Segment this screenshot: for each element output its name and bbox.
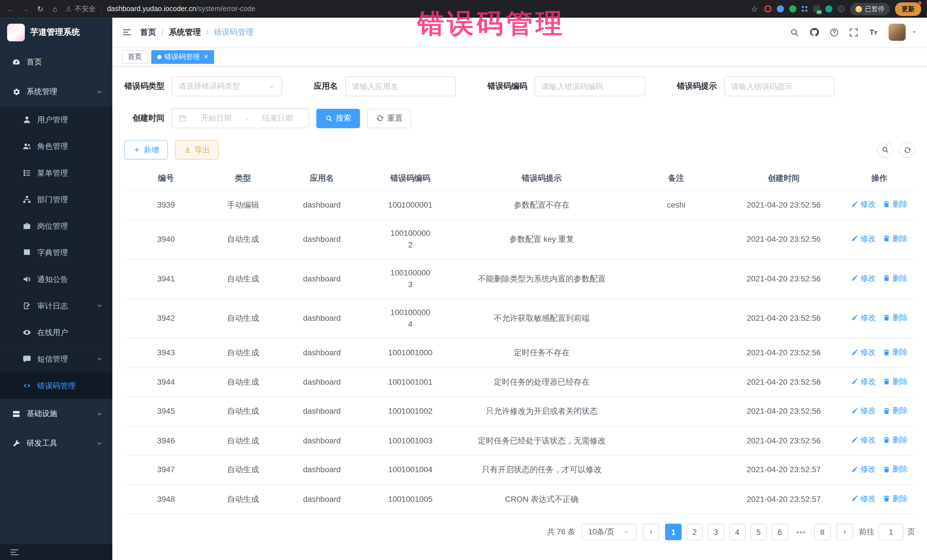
- sidebar-item[interactable]: 首页: [0, 47, 112, 77]
- add-button[interactable]: 新增: [124, 140, 168, 159]
- reset-button[interactable]: 重置: [367, 108, 411, 128]
- close-tab-icon[interactable]: ×: [204, 52, 208, 61]
- font-size-icon[interactable]: [869, 27, 878, 37]
- bookmark-star-icon[interactable]: ☆: [749, 5, 759, 14]
- toggle-search-button[interactable]: [877, 142, 894, 158]
- help-icon[interactable]: [830, 27, 839, 37]
- row-created-time: 2021-04-20 23:52:56: [724, 259, 843, 299]
- sidebar-item[interactable]: 基础设施: [0, 399, 112, 428]
- sidebar-item[interactable]: 菜单管理: [0, 160, 112, 186]
- goto-page-input[interactable]: [878, 524, 903, 540]
- browser-home-icon[interactable]: ⌂: [50, 5, 59, 14]
- update-button[interactable]: 更新: [895, 2, 921, 16]
- row-id: 3939: [124, 190, 208, 220]
- delete-link[interactable]: 删除: [883, 434, 907, 446]
- sidebar-item[interactable]: 角色管理: [0, 133, 112, 159]
- user-avatar[interactable]: [889, 24, 906, 41]
- error-type-select[interactable]: 请选择错误码类型: [172, 76, 282, 96]
- edit-link[interactable]: 修改: [851, 272, 876, 284]
- page-size-select[interactable]: 10条/页: [581, 524, 637, 540]
- forward-icon[interactable]: →: [21, 5, 30, 14]
- delete-link[interactable]: 删除: [883, 405, 907, 417]
- app-name-input[interactable]: [352, 82, 448, 91]
- edit-link[interactable]: 修改: [851, 434, 876, 446]
- fullscreen-icon[interactable]: [849, 27, 858, 37]
- sidebar-item[interactable]: 系统管理: [0, 77, 112, 106]
- row-error-code: 1001000002: [365, 220, 455, 259]
- next-page-button[interactable]: [837, 524, 853, 540]
- refresh-table-button[interactable]: [899, 142, 915, 158]
- page-button[interactable]: 1: [665, 524, 682, 540]
- page-button[interactable]: 2: [686, 524, 703, 540]
- row-remark: [628, 485, 724, 514]
- breadcrumb-item[interactable]: 系统管理: [169, 27, 201, 37]
- row-type: 自动生成: [208, 299, 278, 338]
- delete-link[interactable]: 删除: [883, 272, 907, 284]
- page-button[interactable]: 8: [814, 524, 831, 540]
- edit-link[interactable]: 修改: [851, 233, 876, 244]
- sidebar-item[interactable]: 研发工具: [0, 428, 112, 458]
- row-created-time: 2021-04-20 23:52:57: [724, 485, 843, 514]
- edit-link[interactable]: 修改: [851, 198, 876, 210]
- export-button[interactable]: 导出: [175, 140, 219, 159]
- reload-icon[interactable]: ↻: [35, 5, 45, 14]
- url-bar[interactable]: dashboard.yudao.iocoder.cn/system/error-…: [107, 5, 255, 13]
- edit-link[interactable]: 修改: [851, 463, 876, 475]
- sidebar-item[interactable]: 用户管理: [0, 106, 112, 133]
- date-range-picker[interactable]: 开始日期 - 结束日期: [172, 108, 309, 128]
- edit-link[interactable]: 修改: [851, 405, 876, 417]
- delete-link[interactable]: 删除: [883, 233, 907, 244]
- edit-link[interactable]: 修改: [851, 312, 876, 323]
- extension-icon-dark[interactable]: on: [813, 5, 820, 12]
- search-icon: [881, 146, 889, 154]
- github-icon[interactable]: [810, 27, 819, 37]
- extension-icon-teal[interactable]: [825, 5, 832, 12]
- extension-icon-red-ring[interactable]: [764, 5, 772, 12]
- sidebar-item[interactable]: 部门管理: [0, 186, 112, 213]
- error-message-input[interactable]: [731, 82, 827, 91]
- paused-badge[interactable]: 已暂停: [850, 3, 890, 15]
- sidebar-item[interactable]: 短信管理: [0, 346, 112, 372]
- page-button[interactable]: 5: [750, 524, 767, 540]
- search-icon[interactable]: [790, 27, 799, 37]
- search-button[interactable]: 搜索: [316, 108, 360, 128]
- sidebar-item[interactable]: 字典管理: [0, 239, 112, 266]
- user-menu-caret-icon[interactable]: [911, 29, 918, 36]
- sidebar-item[interactable]: 错误码管理: [0, 372, 112, 399]
- refresh-icon: [903, 146, 911, 154]
- page-button[interactable]: 6: [772, 524, 788, 540]
- delete-link[interactable]: 删除: [883, 375, 907, 387]
- delete-link[interactable]: 删除: [883, 198, 907, 210]
- edit-link[interactable]: 修改: [851, 375, 876, 387]
- page-button[interactable]: 4: [729, 524, 746, 540]
- extension-icon-paw[interactable]: [838, 5, 845, 12]
- page-button[interactable]: 3: [708, 524, 724, 540]
- sidebar-item[interactable]: 通知公告: [0, 266, 112, 293]
- breadcrumb-item[interactable]: 首页: [140, 27, 156, 37]
- chevron-down-icon: [96, 302, 103, 309]
- error-code-table: 编号类型应用名错误码编码错误码提示备注创建时间操作 3939手动编辑dashbo…: [124, 167, 915, 514]
- breadcrumb-item[interactable]: 错误码管理: [214, 27, 254, 37]
- delete-link[interactable]: 删除: [883, 346, 907, 358]
- extension-icon-blue[interactable]: [777, 5, 784, 12]
- delete-link[interactable]: 删除: [883, 493, 907, 504]
- extension-icon-green[interactable]: [789, 5, 796, 12]
- sidebar-item[interactable]: 在线用户: [0, 319, 112, 346]
- prev-page-button[interactable]: [643, 524, 659, 540]
- sidebar-item[interactable]: 岗位管理: [0, 213, 112, 239]
- view-tab[interactable]: 错误码管理×: [152, 50, 214, 64]
- sidebar-collapse-button[interactable]: [0, 544, 112, 560]
- delete-link[interactable]: 删除: [883, 312, 907, 323]
- extension-icon-dots-grid[interactable]: [802, 6, 804, 8]
- delete-link[interactable]: 删除: [883, 463, 907, 475]
- error-code-input[interactable]: [542, 82, 638, 91]
- back-icon[interactable]: ←: [6, 5, 15, 14]
- page-content: 错误码类型 请选择错误码类型 应用名 错误码编码: [112, 67, 927, 560]
- more-pages-button[interactable]: •••: [793, 524, 809, 540]
- edit-link[interactable]: 修改: [851, 346, 876, 358]
- sidebar-toggle-button[interactable]: [122, 27, 132, 37]
- sidebar-item[interactable]: 审计日志: [0, 293, 112, 319]
- view-tab[interactable]: 首页: [122, 50, 148, 64]
- edit-link[interactable]: 修改: [851, 493, 876, 504]
- security-chip[interactable]: ⚠ 不安全: [65, 4, 96, 14]
